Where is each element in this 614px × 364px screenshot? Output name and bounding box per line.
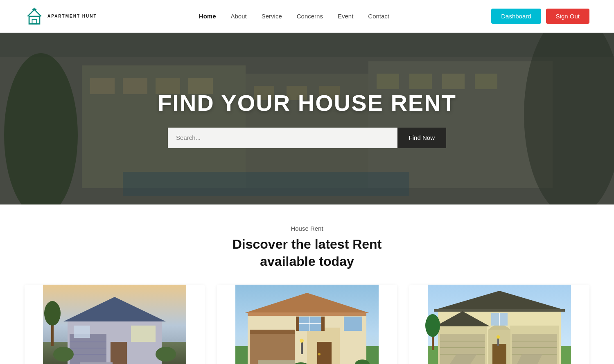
- svg-rect-27: [70, 334, 106, 364]
- find-now-button[interactable]: Find Now: [397, 128, 446, 148]
- svg-rect-46: [250, 330, 295, 334]
- svg-point-37: [156, 347, 176, 362]
- svg-marker-2: [33, 8, 36, 9]
- signout-button[interactable]: Sign Out: [546, 9, 589, 24]
- svg-rect-55: [321, 317, 325, 331]
- svg-rect-54: [296, 317, 299, 331]
- brand-name: APARTMENT HUNT: [47, 14, 97, 19]
- listings-label: House Rent: [25, 225, 589, 232]
- svg-point-39: [44, 301, 61, 326]
- nav-contact[interactable]: Contact: [368, 13, 389, 20]
- header: APARTMENT HUNT Home About Service Concer…: [0, 0, 614, 33]
- nav-service[interactable]: Service: [262, 13, 282, 20]
- hero-search-row: Find Now: [168, 128, 446, 148]
- svg-rect-35: [80, 362, 113, 364]
- listing-image-1: [25, 285, 205, 364]
- header-buttons: Dashboard Sign Out: [491, 9, 589, 24]
- listing-card-1[interactable]: Washington Avenue: [25, 285, 205, 364]
- svg-rect-48: [317, 342, 332, 364]
- hero-title: FIND YOUR HOUSE RENT: [158, 90, 456, 116]
- svg-rect-33: [74, 326, 90, 338]
- svg-rect-45: [250, 330, 295, 364]
- nav-event[interactable]: Event: [338, 13, 353, 20]
- svg-rect-83: [497, 338, 499, 346]
- nav-about[interactable]: About: [231, 13, 247, 20]
- listing-card-3[interactable]: Gorgeous house: [409, 285, 589, 364]
- svg-point-36: [53, 347, 74, 362]
- svg-rect-78: [492, 344, 506, 364]
- svg-point-49: [318, 353, 321, 355]
- nav-home[interactable]: Home: [199, 13, 216, 20]
- listing-image-2: [217, 285, 397, 364]
- listings-section: House Rent Discover the latest Rentavail…: [0, 204, 614, 364]
- main-nav: Home About Service Concerns Event Contac…: [199, 13, 389, 20]
- svg-point-82: [425, 314, 440, 337]
- listings-grid: Washington Avenue: [25, 285, 589, 364]
- nav-concerns[interactable]: Concerns: [297, 13, 323, 20]
- listings-title: Discover the latest Rentavailable today: [25, 236, 589, 270]
- svg-rect-65: [434, 309, 565, 312]
- listings-header: House Rent Discover the latest Rentavail…: [25, 225, 589, 270]
- svg-point-57: [300, 339, 304, 343]
- svg-rect-44: [248, 312, 366, 316]
- svg-rect-0: [29, 16, 40, 24]
- listing-card-2[interactable]: Family Apartment Three: [217, 285, 397, 364]
- svg-rect-60: [258, 360, 295, 364]
- svg-point-84: [497, 335, 500, 339]
- logo: APARTMENT HUNT: [25, 7, 97, 26]
- hero-section: FIND YOUR HOUSE RENT Find Now: [0, 33, 614, 204]
- svg-rect-34: [131, 326, 156, 342]
- svg-rect-56: [301, 342, 303, 354]
- hero-content: FIND YOUR HOUSE RENT Find Now: [158, 90, 456, 148]
- listing-image-3: [409, 285, 589, 364]
- search-input[interactable]: [168, 128, 397, 148]
- dashboard-button[interactable]: Dashboard: [491, 9, 541, 24]
- svg-rect-53: [344, 317, 362, 331]
- svg-rect-1: [32, 19, 36, 24]
- svg-rect-31: [111, 342, 127, 364]
- logo-icon: [25, 7, 44, 26]
